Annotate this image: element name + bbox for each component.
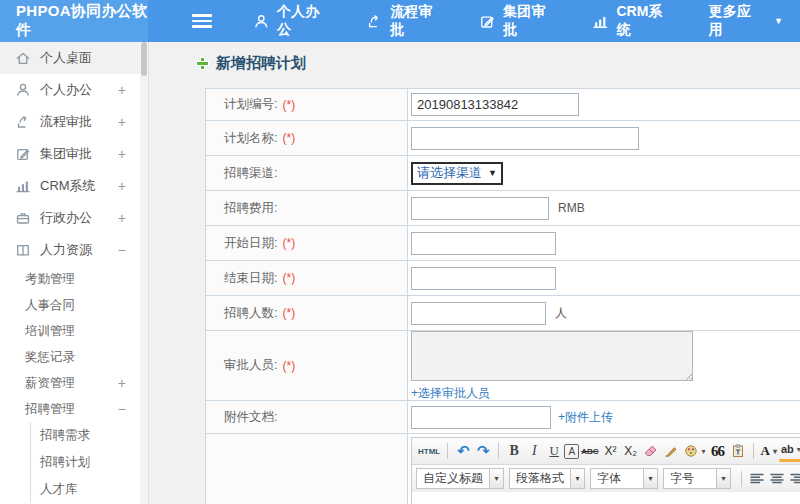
pastetext-button[interactable] xyxy=(728,441,748,462)
sidebar-nested-item[interactable]: 招聘计划 xyxy=(31,449,140,476)
nav-item[interactable]: 个人办公 xyxy=(253,3,332,39)
plan-no-input[interactable] xyxy=(411,93,579,116)
plan-name-input[interactable] xyxy=(411,127,639,150)
combo-caret-icon[interactable]: ▾ xyxy=(643,469,657,488)
field-label: 计划名称: xyxy=(224,130,277,147)
editor-combo[interactable]: 字号 ▾ xyxy=(663,468,731,489)
formatmatch-button[interactable] xyxy=(661,441,681,462)
field-label: 招聘费用: xyxy=(224,200,277,217)
form-row-content-editor: HTML ↶ xyxy=(206,434,800,504)
fee-input[interactable] xyxy=(411,197,549,220)
briefcase-icon xyxy=(15,210,31,226)
expand-toggle[interactable]: + xyxy=(118,82,126,98)
sidebar-nested-item[interactable]: 人才库 xyxy=(31,476,140,503)
expand-toggle[interactable]: + xyxy=(118,114,126,130)
sidebar-item[interactable]: 行政办公 + xyxy=(0,202,140,234)
menu-toggle-icon[interactable] xyxy=(192,14,212,28)
field-label: 招聘渠道: xyxy=(224,165,277,182)
sidebar-item[interactable]: 流程审批 + xyxy=(0,106,140,138)
autotypeset-button[interactable]: ▾ xyxy=(681,441,708,462)
editor-content-area[interactable] xyxy=(412,492,800,504)
top-bar: PHPOA协同办公软件 个人办公 流程审批 集团审批 xyxy=(0,0,800,42)
backcolor-button[interactable]: ab ▾ xyxy=(779,441,800,462)
forecolor-button[interactable]: A ▾ xyxy=(759,441,779,462)
scrollbar-thumb[interactable] xyxy=(141,42,147,76)
subscript-button[interactable]: X₂ xyxy=(621,441,641,462)
editor-label-cell xyxy=(206,434,408,504)
editor-combo[interactable]: 字体 ▾ xyxy=(590,468,658,489)
toolbar-separator xyxy=(741,471,742,487)
nav-item[interactable]: CRM系统 xyxy=(592,3,675,39)
italic-button[interactable]: I xyxy=(524,441,544,462)
align-left-icon xyxy=(749,471,765,487)
person-icon xyxy=(15,82,31,98)
headcount-input[interactable] xyxy=(411,302,546,325)
sidebar-subitem[interactable]: 考勤管理 xyxy=(0,266,140,292)
combo-caret-icon[interactable]: ▾ xyxy=(716,469,730,488)
channel-select[interactable]: 请选择渠道 ▼ xyxy=(411,162,503,185)
nav-item[interactable]: 集团审批 xyxy=(479,3,558,39)
sidebar-item[interactable]: 集团审批 + xyxy=(0,138,140,170)
blockquote-button[interactable]: 66 xyxy=(708,441,728,462)
sidebar-subitem[interactable]: 薪资管理 + xyxy=(0,370,140,396)
form-row-plan-no: 计划编号: (*) xyxy=(206,89,800,121)
approvers-textarea[interactable] xyxy=(411,331,693,381)
expand-toggle[interactable]: − xyxy=(118,401,126,417)
nav-item[interactable]: 更多应用 ▼ xyxy=(709,3,783,39)
bold-button[interactable]: B xyxy=(504,441,524,462)
sidebar-scrollbar[interactable] xyxy=(140,42,149,504)
required-marker: (*) xyxy=(282,271,295,285)
select-approvers-link[interactable]: +选择审批人员 xyxy=(411,385,490,402)
sidebar-subitem[interactable]: 招聘管理 − xyxy=(0,396,140,422)
sidebar-item[interactable]: 人力资源 − xyxy=(0,234,140,266)
sidebar-subitem[interactable]: 人事合同 xyxy=(0,292,140,318)
sidebar-subitem[interactable]: 奖惩记录 xyxy=(0,344,140,370)
main-content: 新增招聘计划 计划编号: (*) 计划名称: (*) xyxy=(149,42,800,504)
form-row-fee: 招聘费用: RMB xyxy=(206,191,800,226)
nav-item[interactable]: 流程审批 xyxy=(366,3,445,39)
undo-button[interactable]: ↶ xyxy=(453,441,473,462)
underline-button[interactable]: U xyxy=(544,441,564,462)
edit-icon xyxy=(15,146,31,162)
field-label: 审批人员: xyxy=(224,357,277,374)
redo-button[interactable]: ↷ xyxy=(473,441,493,462)
attachment-input[interactable] xyxy=(411,406,551,429)
editor-combo[interactable]: 段落格式 ▾ xyxy=(509,468,585,489)
sidebar-item[interactable]: 个人桌面 xyxy=(0,42,140,74)
justifyleft-button[interactable] xyxy=(747,468,767,489)
form-row-attachment: 附件文档: +附件上传 xyxy=(206,401,800,434)
source-button[interactable]: HTML xyxy=(416,441,442,462)
top-navigation: 个人办公 流程审批 集团审批 CRM系统 xyxy=(236,3,800,39)
expand-toggle[interactable]: + xyxy=(118,178,126,194)
end-date-input[interactable] xyxy=(411,267,556,290)
chart-icon xyxy=(592,13,609,30)
sidebar-item[interactable]: 个人办公 + xyxy=(0,74,140,106)
attachment-upload-link[interactable]: +附件上传 xyxy=(558,409,613,426)
editor-combo[interactable]: 自定义标题 ▾ xyxy=(416,468,504,489)
headcount-unit: 人 xyxy=(555,305,567,322)
expand-toggle[interactable]: + xyxy=(118,375,126,391)
expand-toggle[interactable]: + xyxy=(118,210,126,226)
removeformat-button[interactable] xyxy=(641,441,661,462)
sidebar-item[interactable]: CRM系统 + xyxy=(0,170,140,202)
sidebar-subitem[interactable]: 培训管理 xyxy=(0,318,140,344)
person-icon xyxy=(253,13,270,30)
form-row-approvers: 审批人员: (*) +选择审批人员 xyxy=(206,331,800,401)
field-label: 招聘人数: xyxy=(224,305,277,322)
app-logo: PHPOA协同办公软件 xyxy=(0,0,148,42)
justifycenter-button[interactable] xyxy=(767,468,787,489)
toolbar-separator xyxy=(753,443,754,459)
sidebar-nested-item[interactable]: 招聘需求 xyxy=(31,422,140,449)
form-row-end-date: 结束日期: (*) xyxy=(206,261,800,296)
expand-toggle[interactable]: − xyxy=(118,242,126,258)
justifyright-button[interactable] xyxy=(787,468,800,489)
combo-caret-icon[interactable]: ▾ xyxy=(489,469,503,488)
superscript-button[interactable]: X² xyxy=(601,441,621,462)
paste-icon xyxy=(730,443,746,459)
start-date-input[interactable] xyxy=(411,232,556,255)
strikethrough-button[interactable]: ABC xyxy=(579,441,600,462)
expand-toggle[interactable]: + xyxy=(118,146,126,162)
fontborder-button[interactable]: A xyxy=(564,444,579,459)
required-marker: (*) xyxy=(282,236,295,250)
combo-caret-icon[interactable]: ▾ xyxy=(570,469,584,488)
